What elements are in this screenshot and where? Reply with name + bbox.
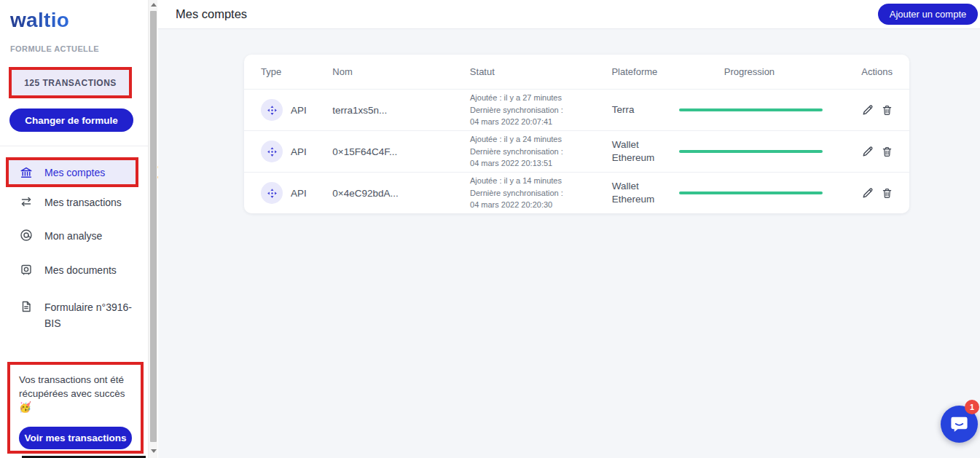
table-row: API 0×4eC92bdA... Ajoutée : il y a 14 mi… xyxy=(244,172,909,213)
account-type: API xyxy=(291,105,307,116)
chat-bubble-icon xyxy=(949,414,969,434)
sidebar-divider xyxy=(0,146,148,146)
scroll-down-arrow-icon[interactable] xyxy=(151,449,157,453)
edit-icon[interactable] xyxy=(861,186,874,200)
main-content: Mes comptes Ajouter un compte Type Nom S… xyxy=(158,0,980,458)
waltio-logo: waltio xyxy=(10,9,69,32)
transactions-success-toast: Vos transactions ont été récupérées avec… xyxy=(7,362,144,454)
form-icon xyxy=(20,300,33,313)
api-icon xyxy=(261,141,283,162)
column-header-progression: Progression xyxy=(679,66,862,77)
delete-icon[interactable] xyxy=(881,187,893,200)
sidebar-item-label: Mon analyse xyxy=(44,228,102,244)
scroll-up-arrow-icon[interactable] xyxy=(151,3,157,7)
app-window: waltio FORMULE ACTUELLE 125 TRANSACTIONS… xyxy=(0,0,980,458)
sidebar-item-label: Mes comptes xyxy=(44,167,105,178)
account-status: Ajoutée : il y a 24 minutes Dernière syn… xyxy=(470,133,612,170)
column-header-statut: Statut xyxy=(470,65,612,79)
table-row: API terra1xs5n... Ajoutée : il y a 27 mi… xyxy=(244,89,909,130)
progress-bar xyxy=(679,108,823,111)
edit-icon[interactable] xyxy=(861,103,874,117)
page-header: Mes comptes xyxy=(158,0,980,29)
sidebar-item-mes-comptes[interactable]: Mes comptes xyxy=(6,157,138,187)
analysis-icon xyxy=(20,229,33,242)
page-title: Mes comptes xyxy=(176,7,247,21)
see-transactions-button[interactable]: Voir mes transactions xyxy=(19,427,132,449)
toast-message: Vos transactions ont été récupérées avec… xyxy=(19,374,137,415)
account-type: API xyxy=(291,146,307,157)
column-header-plateforme: Plateforme xyxy=(611,66,678,79)
account-platform: Wallet Ethereum xyxy=(612,138,679,165)
sidebar-item-mes-transactions[interactable]: Mes transactions xyxy=(20,194,122,210)
sidebar-item-label: Mes transactions xyxy=(44,194,122,210)
sidebar-item-mes-documents[interactable]: Mes documents xyxy=(20,262,117,278)
sidebar: waltio FORMULE ACTUELLE 125 TRANSACTIONS… xyxy=(0,0,148,458)
sidebar-item-formulaire-3916[interactable]: Formulaire n°3916-BIS xyxy=(20,299,136,331)
account-name: 0×15F64C4F... xyxy=(332,146,470,157)
column-header-actions: Actions xyxy=(861,66,895,77)
progress-bar xyxy=(679,192,823,194)
accounts-table: Type Nom Statut Plateforme Progression A… xyxy=(244,55,909,213)
plan-label: FORMULE ACTUELLE xyxy=(10,44,99,53)
account-type: API xyxy=(291,188,307,199)
scrollbar-thumb[interactable] xyxy=(150,11,157,442)
table-header-row: Type Nom Statut Plateforme Progression A… xyxy=(244,55,909,89)
account-status: Ajoutée : il y a 27 minutes Dernière syn… xyxy=(470,92,612,128)
chat-unread-badge: 1 xyxy=(965,400,979,414)
api-icon xyxy=(261,182,283,204)
account-platform: Wallet Ethereum xyxy=(612,180,679,206)
change-plan-button[interactable]: Changer de formule xyxy=(9,108,133,132)
progress-bar xyxy=(679,150,823,153)
table-row: API 0×15F64C4F... Ajoutée : il y a 24 mi… xyxy=(244,130,909,172)
documents-icon xyxy=(20,263,33,276)
column-header-type: Type xyxy=(261,66,332,77)
annotation-box-2: 125 TRANSACTIONS xyxy=(9,67,132,98)
account-status: Ajoutée : il y a 14 minutes Dernière syn… xyxy=(470,175,612,211)
api-icon xyxy=(261,99,283,121)
swap-icon xyxy=(20,195,33,208)
account-platform: Terra xyxy=(612,103,679,117)
column-header-nom: Nom xyxy=(332,66,470,77)
sidebar-item-mon-analyse[interactable]: Mon analyse xyxy=(20,228,102,244)
add-account-button[interactable]: Ajouter un compte xyxy=(878,4,978,25)
bank-icon xyxy=(20,166,33,179)
sidebar-item-label: Formulaire n°3916-BIS xyxy=(44,299,136,331)
delete-icon[interactable] xyxy=(881,146,893,158)
account-name: terra1xs5n... xyxy=(332,105,470,116)
edit-icon[interactable] xyxy=(861,145,874,158)
delete-icon[interactable] xyxy=(881,104,893,117)
sidebar-item-label: Mes documents xyxy=(44,262,117,278)
account-name: 0×4eC92bdA... xyxy=(332,188,470,199)
vertical-scrollbar[interactable] xyxy=(148,0,157,458)
transactions-count-badge: 125 TRANSACTIONS xyxy=(24,78,117,88)
